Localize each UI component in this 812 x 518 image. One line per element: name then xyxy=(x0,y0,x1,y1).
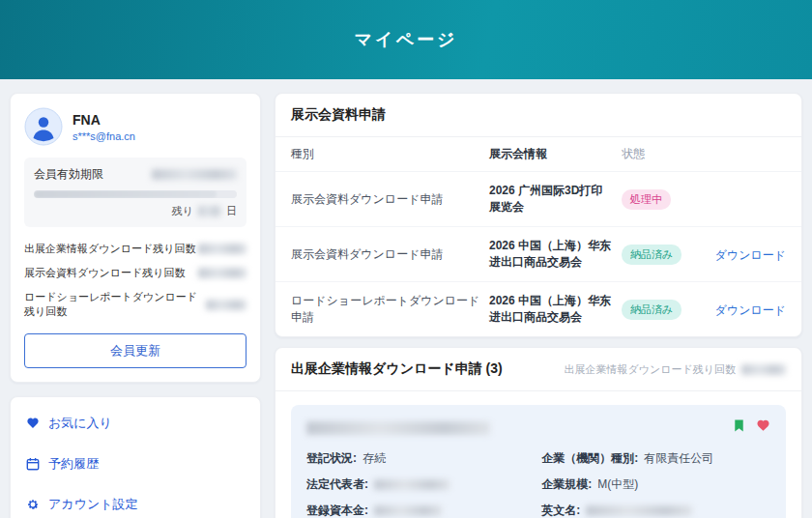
menu-card: お気に入り 予約履歴 アカウント設定 ログアウト xyxy=(10,396,261,518)
menu-item-label: 予約履歴 xyxy=(48,455,99,473)
validity-label: 会員有効期限 xyxy=(34,166,103,183)
field-value: M(中型) xyxy=(597,476,638,493)
company-field: 登録資本金: xyxy=(306,503,518,518)
user-name: FNA xyxy=(72,112,135,128)
field-value-redacted xyxy=(586,505,692,516)
company-fields-grid: 登記状況: 存続 企業（機関）種別: 有限責任公司 法定代表者: 企業規模: M… xyxy=(306,450,770,518)
company-detail-card: 登記状況: 存続 企業（機関）種別: 有限責任公司 法定代表者: 企業規模: M… xyxy=(291,405,786,518)
counter-row: 展示会資料ダウンロード残り回数 xyxy=(24,261,246,285)
field-label: 法定代表者: xyxy=(306,476,368,493)
field-label: 企業規模: xyxy=(541,476,592,493)
company-name-redacted xyxy=(306,421,490,435)
application-type: 展示会資料ダウンロード申請 xyxy=(291,191,489,208)
favorite-heart-icon[interactable] xyxy=(756,418,770,437)
exhibition-name: 2026 中国（上海）华东进出口商品交易会 xyxy=(489,293,622,326)
left-column: FNA s***s@fna.cn 会員有効期限 残り 日 xyxy=(10,93,261,518)
status-badge: 処理中 xyxy=(622,189,671,210)
counter-value-redacted xyxy=(198,268,246,278)
applications-title-bar: 展示会資料申請 xyxy=(276,94,801,137)
company-card-header xyxy=(306,418,770,437)
table-row: ロードショーレポートダウンロード申請 2026 中国（上海）华东进出口商品交易会… xyxy=(276,282,801,336)
company-field: 法定代表者: xyxy=(306,476,518,493)
counter-label: ロードショーレポートダウンロード残り回数 xyxy=(24,290,206,319)
download-link[interactable]: ダウンロード xyxy=(715,303,786,317)
status-badge: 納品済み xyxy=(622,300,682,320)
application-type: 展示会資料ダウンロード申請 xyxy=(291,246,489,263)
application-type: ロードショーレポートダウンロード申請 xyxy=(291,293,489,326)
field-label: 英文名: xyxy=(541,503,580,518)
download-cell: ダウンロード xyxy=(710,301,786,319)
membership-progress-fill xyxy=(34,190,217,198)
field-value-redacted xyxy=(374,479,450,490)
column-header-exhibition: 展示会情報 xyxy=(489,146,622,162)
download-cell: ダウンロード xyxy=(710,245,786,264)
remaining-suffix: 日 xyxy=(226,204,237,218)
table-row: 展示会資料ダウンロード申請 2026 中国（上海）华东进出口商品交易会 納品済み… xyxy=(276,227,801,282)
field-label: 登録資本金: xyxy=(306,503,368,518)
status-cell: 処理中 xyxy=(622,189,710,210)
counter-value-redacted xyxy=(198,244,246,254)
menu-item-account-settings[interactable]: アカウント設定 xyxy=(11,484,260,518)
field-label: 登記状況: xyxy=(306,450,357,467)
company-remaining-value-redacted xyxy=(741,364,786,375)
calendar-icon xyxy=(26,457,40,471)
membership-progress-bar xyxy=(34,190,237,198)
remaining-days-redacted xyxy=(198,206,221,216)
company-field: 企業（機関）種別: 有限責任公司 xyxy=(541,450,770,467)
field-value-redacted xyxy=(374,505,442,516)
company-section-title-bar: 出展企業情報ダウンロード申請 (3) 出展企業情報ダウンロード残り回数 xyxy=(276,348,801,391)
download-link[interactable]: ダウンロード xyxy=(715,248,786,262)
status-cell: 納品済み xyxy=(622,300,710,320)
profile-card: FNA s***s@fna.cn 会員有効期限 残り 日 xyxy=(10,93,261,383)
page-title: マイページ xyxy=(355,28,458,51)
company-remaining-note: 出展企業情報ダウンロード残り回数 xyxy=(564,362,786,377)
company-card-actions xyxy=(732,418,770,437)
page-header: マイページ xyxy=(0,0,812,79)
heart-icon xyxy=(26,417,40,430)
validity-value-redacted xyxy=(152,169,237,180)
table-header: 種別 展示会情報 状態 xyxy=(276,137,801,172)
bookmark-icon[interactable] xyxy=(732,418,746,437)
menu-item-label: アカウント設定 xyxy=(48,496,138,513)
counter-value-redacted xyxy=(206,300,246,310)
remaining-prefix: 残り xyxy=(172,204,193,218)
company-remaining-label: 出展企業情報ダウンロード残り回数 xyxy=(564,362,736,377)
user-avatar-icon xyxy=(24,107,63,146)
exhibition-name: 2026 广州国际3D打印展览会 xyxy=(489,183,622,216)
membership-validity-box: 会員有効期限 残り 日 xyxy=(24,158,246,227)
user-email: s***s@fna.cn xyxy=(72,130,135,142)
company-field: 英文名: xyxy=(541,503,770,518)
field-label: 企業（機関）種別: xyxy=(541,450,638,467)
right-column: 展示会資料申請 種別 展示会情報 状態 展示会資料ダウンロード申請 2026 广… xyxy=(275,93,802,518)
menu-item-label: お気に入り xyxy=(48,415,112,432)
company-section-title: 出展企業情報ダウンロード申請 (3) xyxy=(291,360,503,378)
field-value: 有限責任公司 xyxy=(644,450,713,467)
column-header-status: 状態 xyxy=(622,146,710,162)
renew-membership-button[interactable]: 会員更新 xyxy=(24,333,246,368)
counter-row: 出展企業情報ダウンロード残り回数 xyxy=(24,237,246,261)
counter-label: 展示会資料ダウンロード残り回数 xyxy=(24,266,186,280)
applications-title: 展示会資料申請 xyxy=(291,106,386,124)
counter-label: 出展企業情報ダウンロード残り回数 xyxy=(24,242,196,256)
menu-item-reservation-history[interactable]: 予約履歴 xyxy=(11,444,260,484)
column-header-type: 種別 xyxy=(291,146,489,162)
profile-header: FNA s***s@fna.cn xyxy=(24,107,246,146)
field-value: 存続 xyxy=(362,450,386,467)
status-cell: 納品済み xyxy=(622,245,710,265)
company-field: 登記状況: 存続 xyxy=(306,450,518,467)
gear-icon xyxy=(26,498,40,511)
menu-item-favorites[interactable]: お気に入り xyxy=(11,403,260,444)
status-badge: 納品済み xyxy=(622,245,682,265)
company-info-card: 出展企業情報ダウンロード申請 (3) 出展企業情報ダウンロード残り回数 xyxy=(275,347,802,518)
exhibition-applications-card: 展示会資料申請 種別 展示会情報 状態 展示会資料ダウンロード申請 2026 广… xyxy=(275,93,802,337)
counter-row: ロードショーレポートダウンロード残り回数 xyxy=(24,285,246,324)
table-row: 展示会資料ダウンロード申請 2026 广州国际3D打印展览会 処理中 xyxy=(276,172,801,227)
profile-identity: FNA s***s@fna.cn xyxy=(72,112,135,142)
company-field: 企業規模: M(中型) xyxy=(541,476,770,493)
exhibition-name: 2026 中国（上海）华东进出口商品交易会 xyxy=(489,238,622,271)
main-layout: FNA s***s@fna.cn 会員有効期限 残り 日 xyxy=(0,79,812,518)
